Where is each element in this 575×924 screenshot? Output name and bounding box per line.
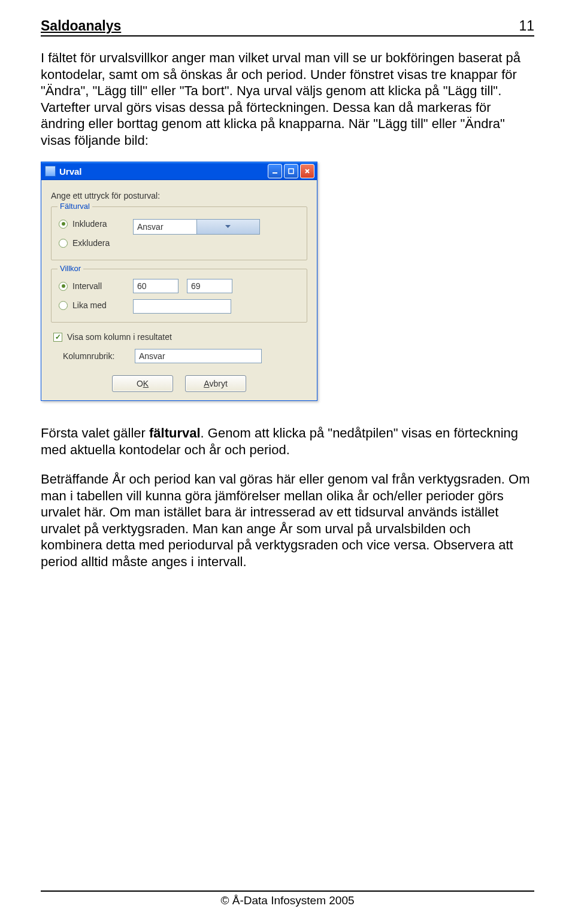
header-title: Saldoanalys [41,18,121,34]
close-button[interactable] [300,164,314,178]
maximize-button[interactable] [284,164,298,178]
paragraph-3: Beträffande År och period kan val göras … [41,471,534,570]
group-villkor: Villkor Intervall Lika med [51,269,307,323]
checkbox-label: Visa som kolumn i resultatet [67,332,172,342]
page-header: Saldoanalys 11 [41,18,534,37]
group-villkor-legend: Villkor [58,264,83,273]
radio-inkludera[interactable]: Inkludera [59,219,125,229]
avbryt-button[interactable]: Avbryt [185,375,246,392]
button-label-hotkey: A [204,379,209,388]
window-title: Urval [59,166,268,177]
titlebar: Urval [41,162,317,180]
radio-icon [59,301,68,310]
minimize-button[interactable] [268,164,282,178]
radio-label: Inkludera [72,219,107,229]
visa-kolumn-checkbox[interactable]: Visa som kolumn i resultatet [53,332,307,342]
falturval-combo[interactable]: Ansvar [133,219,260,235]
checkbox-icon [53,333,62,342]
lika-med-input[interactable] [133,299,231,314]
ok-button[interactable]: OK [112,375,173,392]
button-label-post: vbryt [210,379,228,388]
radio-exkludera[interactable]: Exkludera [59,238,125,248]
combo-value: Ansvar [134,222,196,232]
radio-label: Lika med [72,300,107,310]
kolumnrubrik-input[interactable]: Ansvar [135,349,262,363]
chevron-down-icon [196,220,260,234]
dialog-prompt: Ange ett uttryck för posturval: [51,191,307,200]
app-icon [45,166,56,177]
radio-icon [59,282,68,291]
button-label-hotkey: K [143,379,149,388]
paragraph-2-pre: Första valet gäller [41,425,149,440]
group-falturval-legend: Fälturval [58,202,92,211]
footer: © Å-Data Infosystem 2005 [41,890,534,907]
radio-intervall[interactable]: Intervall [59,281,125,291]
radio-label: Exkludera [72,238,110,248]
group-falturval: Fälturval Inkludera Exkludera [51,206,307,260]
paragraph-2-bold: fälturval [149,425,201,440]
intervall-to-input[interactable]: 69 [187,279,232,293]
page-number: 11 [519,18,534,34]
paragraph-2: Första valet gäller fälturval. Genom att… [41,425,534,458]
button-label-pre: O [137,379,143,388]
radio-icon [59,220,68,229]
intervall-from-input[interactable]: 60 [133,279,178,293]
kolumnrubrik-label: Kolumnrubrik: [63,351,129,361]
paragraph-1: I fältet för urvalsvillkor anger man vil… [41,50,534,148]
radio-icon [59,239,68,248]
urval-dialog: Urval Ange ett uttryck för posturval: Fä… [41,162,317,401]
radio-label: Intervall [72,281,102,291]
svg-rect-1 [289,169,293,174]
radio-lika-med[interactable]: Lika med [59,300,125,310]
svg-rect-0 [273,172,277,174]
